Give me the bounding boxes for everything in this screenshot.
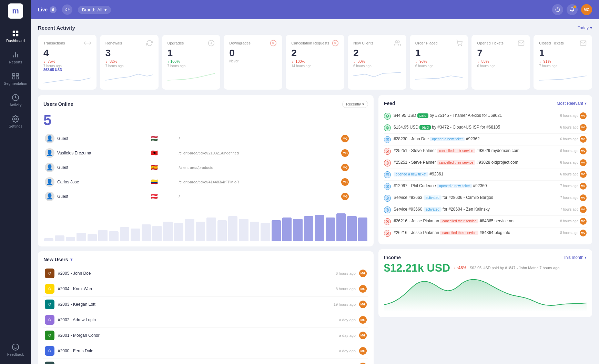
dashboard-icon — [12, 30, 19, 37]
bar-segment — [185, 219, 194, 241]
badge-cancelled: cancelled their service — [437, 160, 475, 165]
help-icon — [555, 7, 560, 12]
online-user-row: 👤 Guest 🇦🇹 / MG — [43, 189, 368, 204]
feed-mg-badge: MG — [580, 171, 587, 178]
feed-filter-button[interactable]: Most Relevant ▾ — [557, 101, 587, 106]
today-filter-button[interactable]: Today ▾ — [578, 26, 592, 30]
feed-item: Service #93663 activated for #28606 - Ca… — [384, 192, 587, 204]
card-transactions-change: ↓ -75% — [43, 59, 91, 63]
feed-mg-badge: MG — [580, 124, 587, 131]
bar-segment — [120, 227, 129, 241]
topbar-live: Live 6 — [38, 6, 57, 13]
mini-chart-transactions — [43, 74, 91, 85]
feed-item-time: 6 hours ago MG — [560, 112, 587, 119]
new-user-row[interactable]: ⬡ #2002 - Adrew Lupin a day ago MG — [43, 312, 368, 328]
online-user-row: 👤 Guest 🇪🇸 /client-area/products MG — [43, 160, 368, 175]
live-count: 6 — [50, 6, 57, 13]
page-content: Recent Activity Today ▾ Transactions 4 ↓… — [31, 19, 599, 364]
new-user-row[interactable]: ⬡ #2005 - John Doe 6 hours ago MG — [43, 266, 368, 281]
recently-filter-button[interactable]: Recently ▾ — [342, 101, 368, 108]
new-user-time: a day ago — [339, 349, 356, 353]
new-user-row[interactable]: ⬡ #2001 - Morgan Conor a day ago MG — [43, 328, 368, 343]
notification-dot — [573, 6, 576, 8]
chevron-down-icon[interactable]: ▾ — [70, 257, 73, 262]
mini-chart-clients — [353, 71, 401, 81]
sidebar-item-dashboard[interactable]: Dashboard — [0, 26, 31, 47]
closed-tickets-icon — [580, 40, 587, 47]
feed-item: #28230 - John Doe opened a new ticket #9… — [384, 134, 587, 145]
sound-toggle-button[interactable] — [62, 4, 72, 15]
bar-segment — [358, 218, 367, 241]
svg-rect-9 — [13, 77, 15, 79]
chevron-down-icon: ▾ — [590, 26, 592, 30]
feed-item-text: opened a new ticket #92361 — [394, 171, 557, 177]
new-user-mg-badge: MG — [359, 316, 367, 324]
sidebar-item-settings[interactable]: Settings — [0, 111, 31, 132]
user-name: Guest — [57, 136, 68, 141]
new-user-name: #2005 - John Doe — [58, 271, 336, 276]
downgrades-icon — [270, 40, 277, 47]
feed-item: $44.95 USD paid by #25145 - Thamer Alexi… — [384, 110, 587, 122]
feed-item-time: 7 hours ago MG — [560, 206, 587, 213]
sidebar-item-reports-label: Reports — [9, 60, 22, 64]
feed-item-time: 6 hours ago MG — [560, 148, 587, 154]
feed-item-text: #26216 - Jesse Pinkman cancelled their s… — [394, 218, 557, 224]
user-mg-badge: MG — [341, 178, 349, 186]
income-filter-button[interactable]: This month ▾ — [563, 255, 587, 260]
feed-item-icon — [384, 136, 391, 143]
card-downgrades: Downgrades 0 Never — [224, 35, 282, 90]
recent-activity-header: Recent Activity Today ▾ — [38, 25, 592, 31]
feed-mg-badge: MG — [580, 112, 587, 119]
new-user-row[interactable]: ⬡ #2003 - Keegan Lott 19 hours ago MG — [43, 297, 368, 312]
brand-select[interactable]: Brand: All ▾ — [78, 6, 111, 14]
new-user-row[interactable]: ⬡ #2004 - Knox Ware 8 hours ago MG — [43, 281, 368, 297]
users-online-title: Users Online — [43, 101, 73, 107]
feed-item-icon — [384, 195, 391, 202]
svg-rect-7 — [13, 73, 15, 75]
new-user-row[interactable]: ⬡ #1999 - Marshall Mercado a day ago MG — [43, 359, 368, 364]
new-user-mg-badge: MG — [359, 363, 367, 364]
new-user-name: #2001 - Morgan Conor — [58, 333, 339, 338]
new-user-avatar: ⬡ — [45, 331, 54, 340]
feed-item-icon — [384, 206, 391, 213]
topbar: Live 6 Brand: All ▾ MG — [31, 0, 599, 19]
feed-item-icon — [384, 230, 391, 237]
sidebar-item-activity-label: Activity — [10, 103, 22, 107]
help-button[interactable] — [552, 4, 563, 15]
user-path: / — [179, 136, 180, 141]
cancellation-icon — [332, 40, 339, 47]
notification-button[interactable] — [567, 4, 578, 15]
user-avatar[interactable]: MG — [581, 4, 592, 15]
bar-segment — [109, 231, 118, 241]
bar-segment — [293, 219, 302, 241]
feed-item: $134.95 USD paid by #3472 - Cloud4US ISP… — [384, 122, 587, 134]
new-users-list: ⬡ #2005 - John Doe 6 hours ago MG ⬡ #200… — [43, 266, 368, 364]
main-content: Live 6 Brand: All ▾ MG Recent Activity — [31, 0, 599, 364]
feed-item-text: #28230 - John Doe opened a new ticket #9… — [394, 136, 557, 142]
user-avatar: 👤 — [45, 177, 54, 187]
card-cancellation: Cancellation Requests 2 ↓ -100% 14 hours… — [286, 35, 344, 90]
svg-rect-1 — [16, 31, 18, 33]
new-user-row[interactable]: ⬡ #2000 - Ferris Dale a day ago MG — [43, 343, 368, 359]
feed-item-time: 8 hours ago MG — [560, 218, 587, 225]
feed-item: #25251 - Steve Palmer cancelled their se… — [384, 145, 587, 157]
card-opened-tickets: Opened Tickets 7 ↓ -85% 6 hours ago — [471, 35, 530, 90]
sidebar-item-segmentation[interactable]: Segmentation — [0, 68, 31, 90]
feed-mg-badge: MG — [580, 230, 587, 236]
user-flag: 🇪🇸 — [151, 164, 158, 170]
user-mg-badge: MG — [341, 149, 349, 157]
bar-segment — [250, 222, 259, 241]
feed-item-time: 6 hours ago MG — [560, 136, 587, 143]
feed-mg-badge: MG — [580, 206, 587, 213]
feed-item-icon — [384, 113, 391, 120]
sidebar-item-feedback[interactable]: Feedback — [7, 339, 24, 361]
new-user-avatar: ⬡ — [45, 300, 54, 309]
two-column-layout: Users Online Recently ▾ 5 👤 Guest 🇭🇺 / M… — [38, 95, 592, 364]
bar-segment — [336, 213, 346, 241]
feed-item: #25251 - Steve Palmer cancelled their se… — [384, 157, 587, 169]
sidebar-item-reports[interactable]: Reports — [0, 47, 31, 68]
user-name: Vasileios Erezuma — [57, 151, 91, 155]
sidebar-item-activity[interactable]: Activity — [0, 90, 31, 111]
user-flag: 🇭🇺 — [151, 135, 158, 141]
new-user-mg-badge: MG — [359, 301, 367, 308]
